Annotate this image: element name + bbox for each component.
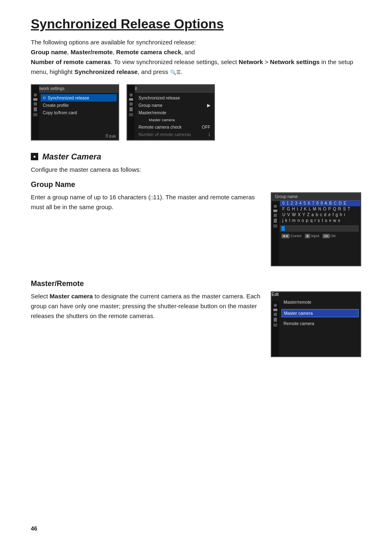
- ks-sidebar: [272, 202, 279, 265]
- ks-input-label: ⊕ Input: [305, 234, 319, 238]
- page-title: Synchronized Release Options: [31, 16, 361, 32]
- screen2-row-group: Group name ▶: [136, 102, 212, 109]
- screen2-header: Edit: [127, 85, 214, 92]
- ks-row-3: U V W X Y Z a b c d e f g h i: [280, 212, 360, 218]
- master-remote-screen: Edit Master/remote Master camera Remote …: [271, 291, 361, 357]
- ks-sb-2: [273, 210, 277, 212]
- screen1-row-sync: ⊙ Synchronized release: [41, 94, 117, 102]
- mrs-row-master-remote: Master/remote: [281, 298, 359, 306]
- mrs-row-master-cam: Master camera: [281, 309, 359, 317]
- sidebar-icon-2: [33, 98, 37, 101]
- screen2-row-master-cam: Master camera: [136, 116, 212, 123]
- master-camera-title: Master Camera: [42, 152, 101, 162]
- ks-cursor-label: ⊕⊕ Cursor: [281, 234, 302, 238]
- master-camera-block-icon: ■: [31, 153, 38, 160]
- mrs-header: Edit: [272, 292, 360, 297]
- ks-ok-label: OK OK: [323, 234, 336, 238]
- sidebar-icon-4: [34, 107, 37, 111]
- bold-master-remote: Master/remote: [71, 48, 113, 55]
- master-remote-heading: Master/Remote: [31, 279, 361, 288]
- screen1-footer: ☰ Edit: [105, 134, 116, 138]
- mrs-row-remote-cam: Remote camera: [281, 320, 359, 327]
- ks-row-1: 0 1 2 3 4 5 6 7 8 9 A B C D E: [280, 201, 360, 206]
- screen1-content: ⊙ Synchronized release Create profile Co…: [39, 92, 118, 118]
- master-camera-body: Configure the master camera as follows:: [31, 165, 361, 175]
- bold-group-name: Group name: [31, 48, 67, 55]
- screen2-row-master-remote: Master/remote: [136, 109, 212, 116]
- mrs-sb-2: [273, 309, 277, 311]
- screen1-row-create: Create profile: [41, 102, 117, 109]
- bold-num-remote: Number of remote cameras: [31, 58, 111, 65]
- screen2-content: Synchronized release Group name ▶ Master…: [135, 92, 214, 140]
- bold-synchronized-release: Synchronized release: [74, 68, 138, 75]
- input-icon: ⊕: [305, 234, 310, 238]
- screen2-row-remote-check: Remote camera check OFF: [136, 123, 212, 131]
- network-settings-screen: Network settings ⊙ Synchronized release …: [31, 84, 119, 141]
- cursor-icon: ⊕⊕: [281, 234, 290, 238]
- sidebar-icon-1: [34, 93, 37, 97]
- screen2-sidebar-icon-1: [129, 93, 133, 97]
- page-number: 46: [31, 525, 37, 532]
- screen2-sidebar: [127, 85, 135, 140]
- mrs-sidebar: [272, 301, 279, 356]
- sidebar-icon-5: [33, 113, 37, 116]
- group-name-screen: Group name 0 1 2 3 4 5 6 7 8 9 A B C D E…: [271, 192, 361, 266]
- master-camera-heading: ■ Master Camera: [31, 152, 361, 162]
- screen2-sidebar-icon-5: [129, 113, 133, 116]
- mrs-sb-5: [273, 323, 277, 327]
- ks-sb-3: [274, 214, 277, 217]
- screen1-header: Network settings: [32, 85, 118, 92]
- master-remote-text: Select Master camera to designate the cu…: [31, 291, 261, 321]
- button-icon: 🔍☰: [170, 69, 181, 75]
- ks-input-area: [280, 225, 359, 232]
- intro-line1: The following options are available for …: [31, 39, 196, 46]
- bold-master-camera-ref: Master camera: [50, 293, 93, 300]
- screen2-sidebar-icon-2: [129, 98, 133, 101]
- ks-header: Group name: [272, 193, 360, 201]
- group-name-heading: Group Name: [31, 180, 361, 189]
- bold-remote-check: Remote camera check: [116, 48, 181, 55]
- screen1-sidebar: [32, 85, 39, 140]
- ref-icon: □: [150, 195, 153, 200]
- ks-cursor: [281, 226, 285, 231]
- bold-network: Network: [239, 58, 263, 65]
- ks-rows: 0 1 2 3 4 5 6 7 8 9 A B C D E F G H I J …: [272, 201, 360, 224]
- ks-sb-1: [274, 205, 277, 208]
- group-name-text: Enter a group name of up to 16 character…: [31, 192, 261, 212]
- screen2-sidebar-icon-3: [129, 102, 133, 106]
- mrs-sb-1: [274, 304, 277, 307]
- screen2-row-num-remote: Number of remote cameras 1: [136, 131, 212, 138]
- edit-screen: Edit Synchronized release Group name ▶ M…: [127, 84, 215, 141]
- ks-row-4: j k l m n o p q r s t u v w x: [280, 218, 360, 224]
- ks-row-2: F G H I J K L M N O P Q R S T: [280, 206, 360, 212]
- screen-pair: Network settings ⊙ Synchronized release …: [31, 84, 361, 141]
- ks-footer: ⊕⊕ Cursor ⊕ Input OK OK: [280, 233, 360, 239]
- screen2-sidebar-icon-4: [129, 107, 133, 111]
- group-name-content: Enter a group name of up to 16 character…: [31, 192, 361, 266]
- intro-paragraph: The following options are available for …: [31, 37, 361, 77]
- ok-icon: OK: [323, 234, 330, 238]
- mrs-sb-4: [274, 318, 277, 322]
- bold-network-settings: Network settings: [270, 58, 320, 65]
- mrs-content: Master/remote Master camera Remote camer…: [280, 297, 360, 329]
- master-remote-content: Select Master camera to designate the cu…: [31, 291, 361, 357]
- screen2-row-sync: Synchronized release: [136, 94, 212, 102]
- sidebar-icon-3: [34, 102, 37, 106]
- screen1-row-copy: Copy to/from card: [41, 109, 117, 116]
- ks-sb-4: [274, 219, 277, 223]
- edit-icon: ☰: [105, 134, 108, 138]
- ks-sb-5: [273, 224, 277, 228]
- mrs-sb-3: [274, 313, 277, 316]
